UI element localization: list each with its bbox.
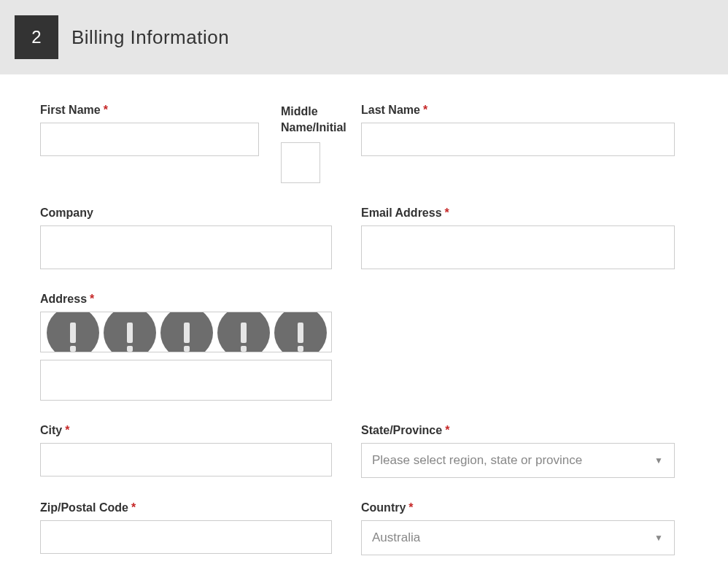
required-marker: *	[65, 424, 69, 437]
email-label: Email Address	[361, 207, 442, 220]
field-last-name: Last Name *	[361, 104, 675, 183]
company-label: Company	[40, 207, 332, 220]
field-zip: Zip/Postal Code *	[40, 501, 332, 555]
city-input[interactable]	[40, 443, 332, 476]
required-marker: *	[423, 104, 427, 117]
step-number-badge: 2	[15, 15, 58, 59]
city-label: City	[40, 424, 62, 437]
form-row-company-email: Company Email Address *	[40, 207, 688, 269]
form-row-name: First Name * Middle Name/Initial Last Na…	[40, 104, 688, 183]
error-icon	[331, 312, 332, 352]
address-line2-input[interactable]	[40, 360, 332, 401]
section-header: 2 Billing Information	[0, 0, 728, 74]
field-middle-name: Middle Name/Initial	[281, 104, 361, 183]
middle-name-input[interactable]	[281, 142, 320, 183]
address-line1-wrapper	[40, 312, 332, 352]
required-marker: *	[445, 207, 449, 220]
field-city: City *	[40, 424, 332, 478]
address-line1-input[interactable]	[41, 312, 331, 352]
field-state: State/Province * Please select region, s…	[361, 424, 675, 478]
address-label: Address	[40, 293, 87, 306]
last-name-label: Last Name	[361, 104, 420, 117]
billing-form: First Name * Middle Name/Initial Last Na…	[0, 74, 728, 575]
required-marker: *	[408, 501, 413, 514]
first-name-input[interactable]	[40, 123, 259, 156]
email-input[interactable]	[361, 225, 675, 269]
field-country: Country * Australia ▼	[361, 501, 675, 555]
company-input[interactable]	[40, 225, 332, 269]
section-title: Billing Information	[71, 26, 229, 49]
required-marker: *	[104, 104, 108, 117]
required-marker: *	[445, 424, 449, 437]
field-company: Company	[40, 207, 332, 269]
first-name-label: First Name	[40, 104, 101, 117]
required-marker: *	[131, 501, 136, 514]
field-email: Email Address *	[361, 207, 675, 269]
state-label: State/Province	[361, 424, 442, 437]
country-label: Country	[361, 501, 406, 514]
zip-input[interactable]	[40, 520, 332, 554]
field-first-name: First Name *	[40, 104, 259, 183]
form-row-address: Address *	[40, 293, 688, 401]
last-name-input[interactable]	[361, 123, 675, 156]
form-row-zip-country: Zip/Postal Code * Country * Australia ▼	[40, 501, 688, 555]
state-select[interactable]: Please select region, state or province	[361, 443, 675, 478]
country-select[interactable]: Australia	[361, 520, 675, 555]
middle-name-label: Middle Name/Initial	[281, 104, 361, 136]
field-address: Address *	[40, 293, 332, 401]
zip-label: Zip/Postal Code	[40, 501, 128, 514]
form-row-city-state: City * State/Province * Please select re…	[40, 424, 688, 478]
required-marker: *	[90, 293, 94, 306]
